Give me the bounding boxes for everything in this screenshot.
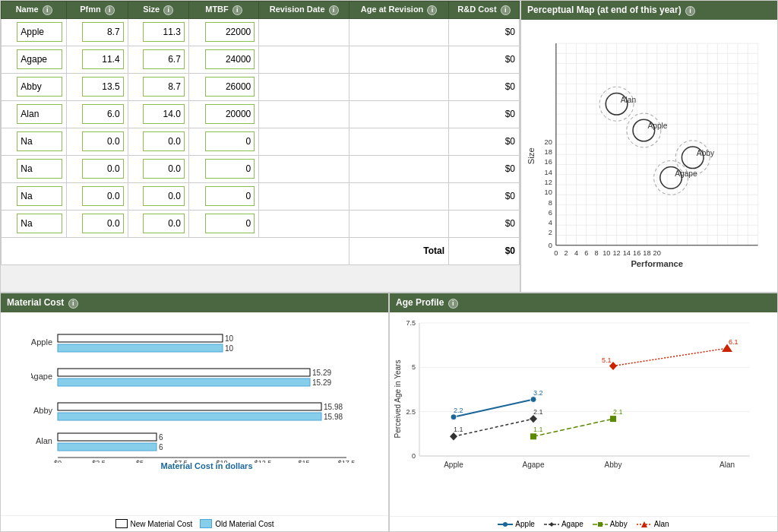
old-material-legend-item: Old Material Cost <box>200 519 274 528</box>
revision-date-cell-6[interactable] <box>259 182 349 210</box>
revision-date-cell-5[interactable] <box>259 155 349 182</box>
mtbf-cell-2 <box>188 73 258 100</box>
pfmn-cell-2 <box>67 73 128 100</box>
material-cost-info-icon[interactable]: i <box>68 299 78 309</box>
mtbf-input-1[interactable] <box>205 49 255 69</box>
svg-text:Performance: Performance <box>631 259 683 268</box>
size-input-1[interactable] <box>143 49 185 69</box>
svg-text:8: 8 <box>549 198 552 206</box>
mtbf-info-icon[interactable]: i <box>232 5 242 15</box>
svg-text:15.98: 15.98 <box>324 413 343 421</box>
svg-text:12: 12 <box>612 249 620 257</box>
age-revision-cell-1[interactable] <box>349 46 449 73</box>
rd-cost-cell-4: $0 <box>449 128 520 155</box>
name-cell-3 <box>2 100 67 128</box>
pfmn-cell-5 <box>67 155 128 182</box>
age-at-revision-info-icon[interactable]: i <box>427 5 437 15</box>
svg-line-117 <box>454 419 533 436</box>
size-input-6[interactable] <box>143 186 185 206</box>
svg-text:14: 14 <box>545 168 552 176</box>
mtbf-input-2[interactable] <box>205 77 255 97</box>
age-revision-cell-4[interactable] <box>349 128 449 155</box>
name-cell-7 <box>2 210 67 237</box>
col-revision-date: Revision Date i <box>259 2 349 19</box>
age-revision-cell-6[interactable] <box>349 182 449 210</box>
name-info-icon[interactable]: i <box>43 5 52 15</box>
name-cell-1 <box>2 46 67 73</box>
size-input-2[interactable] <box>143 77 185 97</box>
svg-text:Agape: Agape <box>31 372 52 381</box>
size-input-4[interactable] <box>143 131 185 151</box>
age-chart-container: Perceived Age in Years <box>390 312 777 517</box>
pfmn-input-5[interactable] <box>82 159 124 179</box>
pfmn-info-icon[interactable]: i <box>105 5 115 15</box>
revision-date-cell-2[interactable] <box>259 73 349 100</box>
table-row: $0 <box>2 182 520 210</box>
svg-text:2.2: 2.2 <box>454 407 463 414</box>
size-cell-3 <box>128 100 188 128</box>
svg-text:$15: $15 <box>298 459 309 463</box>
total-label: Total <box>349 237 449 264</box>
size-input-3[interactable] <box>143 104 185 124</box>
svg-marker-119 <box>530 415 537 423</box>
rd-cost-cell-3: $0 <box>449 100 520 128</box>
mtbf-input-4[interactable] <box>205 131 255 151</box>
age-revision-cell-0[interactable] <box>349 18 449 46</box>
agape-legend: Agape <box>544 520 584 528</box>
mtbf-input-3[interactable] <box>205 104 255 124</box>
revision-date-cell-7[interactable] <box>259 210 349 237</box>
pfmn-input-3[interactable] <box>82 104 124 124</box>
size-input-0[interactable] <box>143 22 185 42</box>
pfmn-input-6[interactable] <box>82 186 124 206</box>
svg-text:5: 5 <box>412 363 416 371</box>
pfmn-input-1[interactable] <box>82 49 124 69</box>
age-profile-info-icon[interactable]: i <box>448 299 458 309</box>
size-input-7[interactable] <box>143 214 185 233</box>
mtbf-input-7[interactable] <box>205 214 255 233</box>
name-input-5[interactable] <box>17 159 62 179</box>
mtbf-input-5[interactable] <box>205 159 255 179</box>
revision-date-cell-1[interactable] <box>259 46 349 73</box>
pfmn-cell-3 <box>67 100 128 128</box>
rd-cost-cell-1: $0 <box>449 46 520 73</box>
name-input-3[interactable] <box>17 104 62 124</box>
svg-text:16: 16 <box>633 249 640 257</box>
name-input-0[interactable] <box>17 22 62 42</box>
mtbf-input-6[interactable] <box>205 186 255 206</box>
name-input-7[interactable] <box>17 214 62 233</box>
age-revision-cell-7[interactable] <box>349 210 449 237</box>
abby-old-bar <box>58 413 321 420</box>
revision-date-info-icon[interactable]: i <box>329 5 339 15</box>
size-info-icon[interactable]: i <box>163 5 173 15</box>
pfmn-input-0[interactable] <box>82 22 124 42</box>
pfmn-input-2[interactable] <box>82 77 124 97</box>
name-cell-5 <box>2 155 67 182</box>
age-revision-cell-2[interactable] <box>349 73 449 100</box>
pfmn-input-7[interactable] <box>82 214 124 233</box>
name-cell-0 <box>2 18 67 46</box>
table-row: $0 <box>2 46 520 73</box>
size-input-5[interactable] <box>143 159 185 179</box>
revision-date-cell-0[interactable] <box>259 18 349 46</box>
name-input-2[interactable] <box>17 77 62 97</box>
table-row: $0 <box>2 18 520 46</box>
total-row: Total $0 <box>2 237 520 264</box>
age-revision-cell-5[interactable] <box>349 155 449 182</box>
svg-text:15.29: 15.29 <box>312 378 331 387</box>
rd-cost-info-icon[interactable]: i <box>501 5 511 15</box>
mtbf-input-0[interactable] <box>205 22 255 42</box>
name-input-6[interactable] <box>17 186 62 206</box>
svg-text:20: 20 <box>653 249 661 257</box>
svg-text:Abby: Abby <box>605 461 622 469</box>
pfmn-input-4[interactable] <box>82 131 124 151</box>
col-pfmn: Pfmn i <box>67 2 128 19</box>
revision-date-cell-3[interactable] <box>259 100 349 128</box>
alan-new-bar <box>58 433 157 441</box>
name-input-4[interactable] <box>17 131 62 151</box>
revision-date-cell-4[interactable] <box>259 128 349 155</box>
age-profile-legend: Apple Agape Abby Alan <box>390 516 777 531</box>
pfmn-cell-4 <box>67 128 128 155</box>
perceptual-map-info-icon[interactable]: i <box>685 6 695 16</box>
name-input-1[interactable] <box>17 49 62 69</box>
age-revision-cell-3[interactable] <box>349 100 449 128</box>
